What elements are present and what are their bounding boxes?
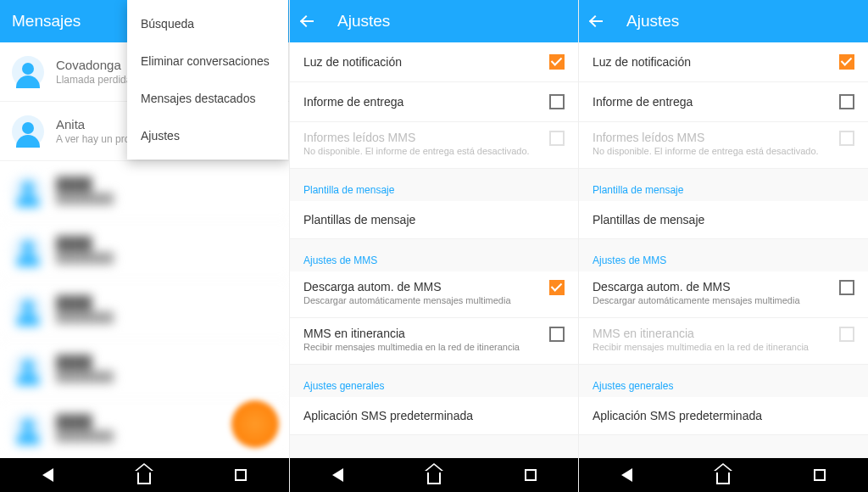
android-navbar [579,458,868,492]
section-general: Ajustes generales [579,365,868,397]
menu-item-delete[interactable]: Eliminar conversaciones [127,42,288,80]
conversation-item-blurred[interactable]: ████████████ [0,221,289,280]
row-luz[interactable]: Luz de notificación [290,42,578,82]
section-general: Ajustes generales [290,365,578,397]
menu-item-search[interactable]: Búsqueda [127,5,288,42]
row-plantillas[interactable]: Plantillas de mensaje [579,201,868,239]
settings-list: Luz de notificación Informe de entrega I… [579,42,868,458]
nav-recent-icon[interactable] [525,469,537,481]
settings-list: Luz de notificación Informe de entrega I… [290,42,578,458]
settings-title: Ajustes [337,12,390,31]
conversation-item-blurred[interactable]: ████████████ [0,339,289,399]
row-sms-app[interactable]: Aplicación SMS predeterminada [579,397,868,435]
section-plantilla: Plantilla de mensaje [290,169,578,201]
checkbox-informes-mms [839,131,854,146]
menu-item-starred[interactable]: Mensajes destacados [127,80,288,117]
checkbox-roaming[interactable] [549,327,565,342]
settings-topbar: Ajustes [579,0,868,42]
row-descarga[interactable]: Descarga autom. de MMSDescargar automáti… [579,271,868,318]
checkbox-informe[interactable] [549,94,565,109]
nav-back-icon[interactable] [42,468,53,482]
settings-topbar: Ajustes [290,0,578,42]
compose-fab[interactable] [231,400,279,448]
row-roaming[interactable]: MMS en itineranciaRecibir mensajes multi… [290,318,578,365]
row-informe[interactable]: Informe de entrega [290,82,578,122]
back-icon[interactable] [591,14,606,29]
row-informes-mms: Informes leídos MMSNo disponible. El inf… [579,122,868,169]
avatar-icon [12,115,44,148]
section-mms: Ajustes de MMS [290,239,578,271]
conversation-item-blurred[interactable]: ████████████ [0,161,289,221]
row-descarga[interactable]: Descarga autom. de MMSDescargar automáti… [290,271,578,318]
messages-panel: Mensajes Covadonga Llamada perdida Anita… [0,0,289,492]
nav-recent-icon[interactable] [814,469,826,481]
nav-home-icon[interactable] [137,471,151,484]
section-plantilla: Plantilla de mensaje [579,169,868,201]
settings-panel-a: Ajustes Luz de notificación Informe de e… [289,0,578,492]
section-mms: Ajustes de MMS [579,239,868,271]
android-navbar [290,458,578,492]
avatar-icon [12,56,44,88]
row-luz[interactable]: Luz de notificación [579,42,868,82]
settings-title: Ajustes [626,12,679,31]
messages-title: Mensajes [12,12,81,31]
settings-panel-b: Ajustes Luz de notificación Informe de e… [578,0,868,492]
nav-recent-icon[interactable] [235,469,247,481]
checkbox-luz[interactable] [549,54,565,70]
overflow-menu: Búsqueda Eliminar conversaciones Mensaje… [127,0,288,159]
menu-item-settings[interactable]: Ajustes [127,117,288,154]
checkbox-roaming [839,327,854,342]
conversation-item-blurred[interactable]: ████████████ [0,280,289,339]
checkbox-informe[interactable] [839,94,854,109]
nav-home-icon[interactable] [427,471,441,484]
row-plantillas[interactable]: Plantillas de mensaje [290,201,578,239]
checkbox-informes-mms [549,131,565,146]
nav-back-icon[interactable] [621,468,632,482]
nav-back-icon[interactable] [332,468,343,482]
row-sms-app[interactable]: Aplicación SMS predeterminada [290,397,578,435]
checkbox-luz[interactable] [839,54,854,70]
row-informe[interactable]: Informe de entrega [579,82,868,122]
checkbox-descarga[interactable] [549,280,565,295]
checkbox-descarga[interactable] [839,280,854,295]
nav-home-icon[interactable] [716,471,730,484]
row-informes-mms: Informes leídos MMSNo disponible. El inf… [290,122,578,169]
android-navbar [0,458,289,492]
back-icon[interactable] [302,14,317,29]
row-roaming: MMS en itineranciaRecibir mensajes multi… [579,318,868,365]
